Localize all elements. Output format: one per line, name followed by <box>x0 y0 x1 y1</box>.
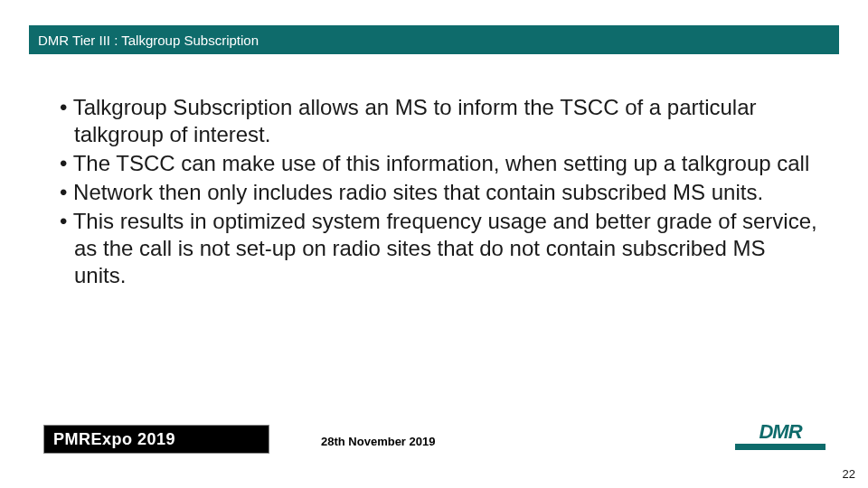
slide-title: DMR Tier III : Talkgroup Subscription <box>38 33 259 48</box>
title-bar: DMR Tier III : Talkgroup Subscription <box>29 25 839 54</box>
slide: DMR Tier III : Talkgroup Subscription Ta… <box>0 0 868 488</box>
dmr-logo-bar <box>735 444 826 450</box>
bullet-item: This results in optimized system frequen… <box>54 208 823 289</box>
pmrexpo-logo: PMRExpo 2019 <box>43 425 269 454</box>
pmrexpo-logo-text: PMRExpo 2019 <box>53 430 175 449</box>
content-area: Talkgroup Subscription allows an MS to i… <box>54 94 823 291</box>
dmr-logo-text: DMR <box>759 422 801 442</box>
bullet-item: The TSCC can make use of this informatio… <box>54 150 823 177</box>
bullet-item: Network then only includes radio sites t… <box>54 179 823 206</box>
footer: PMRExpo 2019 28th November 2019 DMR <box>0 418 868 454</box>
bullet-item: Talkgroup Subscription allows an MS to i… <box>54 94 823 148</box>
page-number: 22 <box>843 467 855 481</box>
dmr-logo: DMR <box>731 422 830 456</box>
footer-date: 28th November 2019 <box>321 435 435 448</box>
